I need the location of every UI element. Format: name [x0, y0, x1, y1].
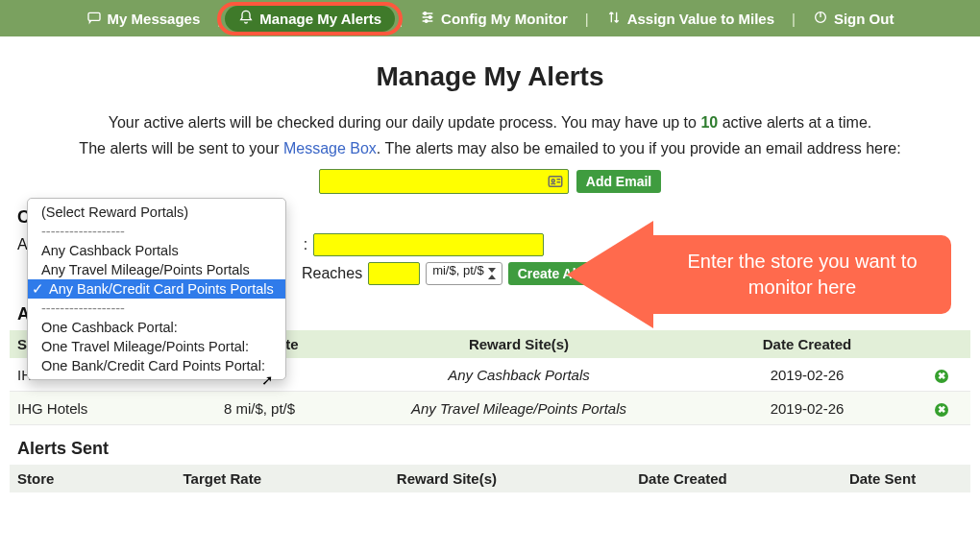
add-email-button[interactable]: Add Email	[576, 170, 661, 193]
message-box-link[interactable]: Message Box	[283, 140, 377, 156]
nav-separator: |	[581, 11, 593, 27]
col-actions	[913, 330, 970, 358]
dropdown-option[interactable]: One Cashback Portal:	[28, 318, 285, 337]
reaches-label: Reaches	[302, 265, 362, 282]
nav-label: Manage My Alerts	[259, 11, 381, 27]
intro-part: active alerts at a time.	[718, 114, 871, 131]
nav-sign-out[interactable]: Sign Out	[799, 6, 908, 32]
store-name-input[interactable]	[313, 233, 544, 256]
intro-part: . The alerts may also be emailed to you …	[377, 140, 901, 156]
rate-unit-select[interactable]: mi/$, pt/$	[426, 262, 502, 285]
dropdown-separator: ------------------	[28, 299, 285, 318]
nav-separator: |	[788, 11, 799, 27]
power-icon	[813, 10, 828, 28]
unit-selected-label: mi/$, pt/$	[432, 263, 483, 277]
nav-label: My Messages	[108, 11, 201, 27]
table-row: IHG Hotels 8 mi/$, pt/$ Any Travel Milea…	[10, 392, 970, 425]
sliders-icon	[420, 10, 435, 28]
col-date-created: Date Created	[701, 330, 913, 358]
email-input[interactable]	[319, 169, 569, 194]
col-target-rate: Target Rate	[122, 465, 323, 492]
reward-portal-dropdown[interactable]: (Select Reward Portals) ----------------…	[27, 198, 286, 380]
contact-card-icon	[547, 173, 564, 193]
nav-separator: |	[395, 11, 406, 27]
svg-point-1	[424, 12, 427, 14]
svg-point-3	[425, 19, 428, 22]
message-icon	[86, 10, 102, 28]
cell-rate: 8 mi/$, pt/$	[183, 392, 336, 425]
bell-icon	[238, 10, 254, 28]
col-reward-sites: Reward Site(s)	[336, 330, 701, 358]
svg-point-2	[429, 15, 431, 18]
alerts-sent-table: Store Target Rate Reward Site(s) Date Cr…	[10, 465, 970, 492]
col-date-sent: Date Sent	[795, 465, 970, 492]
nav-label: Config My Monitor	[441, 11, 568, 27]
cell-store: IHG Hotels	[10, 392, 183, 425]
dropdown-option[interactable]: One Travel Mileage/Points Portal:	[28, 337, 285, 356]
dropdown-option[interactable]: Any Cashback Portals	[28, 241, 285, 260]
cell-date: 2019-02-26	[701, 392, 913, 425]
nav-my-messages[interactable]: My Messages	[73, 6, 214, 32]
create-alert-button[interactable]: Create Alert	[508, 262, 603, 285]
page-title: Manage My Alerts	[10, 61, 970, 92]
nav-manage-alerts[interactable]: Manage My Alerts	[225, 6, 395, 32]
cell-date: 2019-02-26	[701, 358, 913, 392]
nav-separator: |	[213, 11, 225, 27]
delete-alert-button[interactable]	[935, 366, 948, 382]
top-nav: My Messages | Manage My Alerts | Config …	[0, 0, 980, 36]
col-reward-sites: Reward Site(s)	[323, 465, 571, 492]
dropdown-separator: ------------------	[28, 222, 285, 241]
nav-config-monitor[interactable]: Config My Monitor	[406, 6, 581, 32]
nav-label: Assign Value to Miles	[627, 11, 774, 27]
col-store: Store	[10, 465, 122, 492]
nav-label: Sign Out	[834, 11, 894, 27]
intro-text: Your active alerts will be checked durin…	[10, 109, 970, 161]
intro-part: The alerts will be sent to your	[79, 140, 283, 156]
cell-reward: Any Cashback Portals	[336, 358, 701, 392]
delete-alert-button[interactable]	[935, 399, 948, 416]
nav-assign-value[interactable]: Assign Value to Miles	[593, 6, 788, 32]
dropdown-option[interactable]: Any Travel Mileage/Points Portals	[28, 260, 285, 279]
dropdown-option-selected[interactable]: Any Bank/Credit Card Points Portals ➚	[28, 279, 285, 299]
dropdown-option[interactable]: One Bank/Credit Card Points Portal:	[28, 356, 285, 375]
intro-part: Your active alerts will be checked durin…	[109, 114, 701, 131]
cell-reward: Any Travel Mileage/Points Portals	[336, 392, 701, 425]
svg-rect-0	[88, 12, 100, 20]
dropdown-option[interactable]: (Select Reward Portals)	[28, 203, 285, 222]
row1-colon: :	[304, 236, 307, 253]
alerts-sent-heading: Alerts Sent	[17, 439, 963, 459]
svg-point-6	[551, 180, 554, 182]
max-alerts-count: 10	[700, 114, 718, 131]
col-date-created: Date Created	[571, 465, 795, 492]
updown-icon	[606, 10, 622, 28]
target-rate-input[interactable]	[368, 262, 420, 285]
